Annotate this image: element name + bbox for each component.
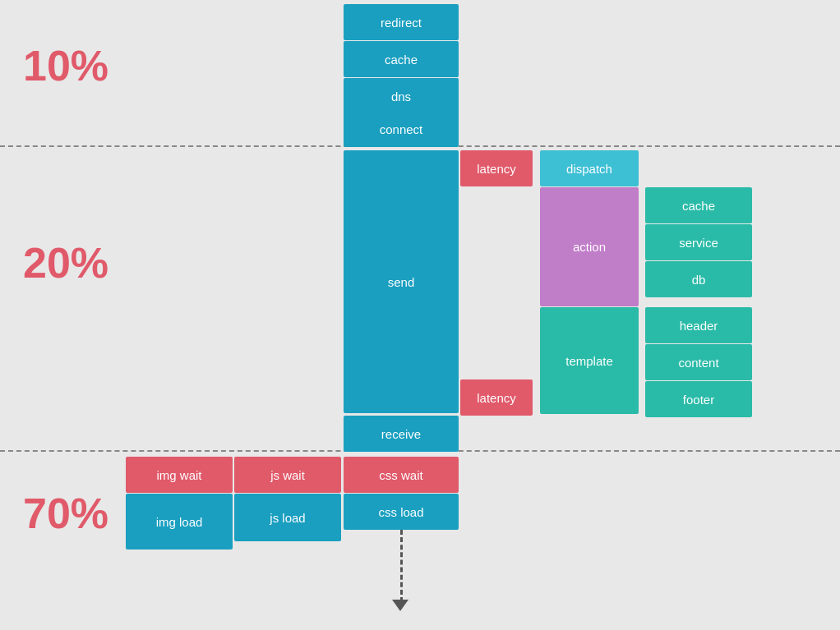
- img-load-block: img load: [126, 494, 233, 550]
- template-block: template: [540, 307, 639, 414]
- footer-block: footer: [645, 381, 752, 417]
- cache-top-block: cache: [344, 41, 459, 77]
- dashed-vertical-line: [400, 530, 403, 602]
- img-wait-block: img wait: [126, 457, 233, 493]
- header-block: header: [645, 307, 752, 343]
- arrow-down: [392, 600, 408, 611]
- connect-block: connect: [344, 111, 459, 147]
- cache-mid-block: cache: [645, 187, 752, 223]
- pct-20: 20%: [23, 238, 108, 287]
- css-load-block: css load: [344, 494, 459, 530]
- db-block: db: [645, 261, 752, 297]
- css-wait-block: css wait: [344, 457, 459, 493]
- dispatch-block: dispatch: [540, 150, 639, 186]
- send-block: send: [344, 150, 459, 413]
- js-wait-block: js wait: [234, 457, 341, 493]
- action-block: action: [540, 187, 639, 306]
- dns-block: dns: [344, 78, 459, 114]
- service-block: service: [645, 224, 752, 260]
- receive-block: receive: [344, 416, 459, 452]
- pct-10: 10%: [23, 41, 108, 90]
- latency-bottom-block: latency: [460, 379, 533, 416]
- latency-top-block: latency: [460, 150, 533, 186]
- js-load-block: js load: [234, 494, 341, 541]
- redirect-block: redirect: [344, 4, 459, 40]
- content-block: content: [645, 344, 752, 380]
- pct-70: 70%: [23, 489, 108, 538]
